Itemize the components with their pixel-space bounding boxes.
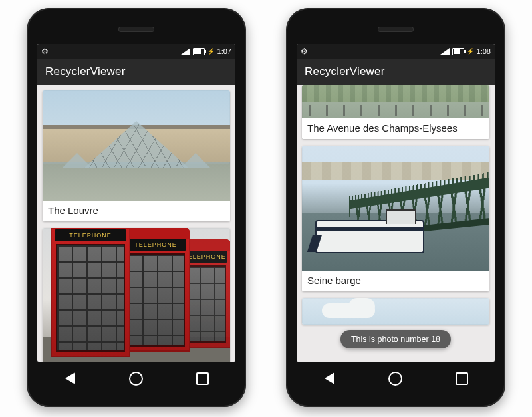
- app-title: RecyclerViewer: [45, 65, 126, 78]
- photo-card[interactable]: Seine barge: [302, 146, 489, 291]
- photo-card[interactable]: The Louvre: [43, 90, 230, 221]
- photo-card[interactable]: The Avenue des Champs-Elysees: [302, 85, 489, 139]
- debug-icon: ⚙: [301, 47, 308, 55]
- nav-home-button[interactable]: [377, 366, 414, 390]
- photo-card[interactable]: [302, 298, 489, 325]
- nav-back-button[interactable]: [311, 366, 348, 390]
- photo-image-seine-barge: [302, 146, 489, 271]
- nav-bar: [37, 363, 235, 394]
- device-speaker: [118, 27, 154, 32]
- app-bar: RecyclerViewer: [297, 59, 495, 85]
- status-bar: ⚙ ⚡ 1:07: [37, 44, 235, 59]
- signal-icon: [440, 48, 450, 55]
- charging-icon: ⚡: [467, 49, 474, 55]
- photo-caption: The Louvre: [43, 201, 230, 221]
- device-speaker: [378, 27, 414, 32]
- signal-icon: [181, 48, 190, 55]
- toast-message: This is photo number 18: [340, 330, 451, 348]
- nav-recents-button[interactable]: [184, 366, 221, 390]
- booth-sign: TELEPHONE: [55, 229, 126, 241]
- photo-caption: Seine barge: [302, 271, 489, 291]
- device-frame-left: ⚙ ⚡ 1:07 RecyclerViewer: [27, 8, 246, 407]
- status-bar: ⚙ ⚡ 1:08: [297, 44, 495, 59]
- app-title: RecyclerViewer: [305, 65, 385, 78]
- battery-icon: [193, 48, 205, 55]
- debug-icon: ⚙: [41, 47, 49, 55]
- app-bar: RecyclerViewer: [37, 59, 235, 85]
- device-screen-left: ⚙ ⚡ 1:07 RecyclerViewer: [37, 44, 235, 362]
- photo-image-louvre: [43, 90, 230, 201]
- nav-recents-button[interactable]: [443, 366, 480, 390]
- comparison-stage: ⚙ ⚡ 1:07 RecyclerViewer: [0, 0, 532, 417]
- photo-image-sky: [302, 298, 489, 325]
- nav-back-button[interactable]: [52, 366, 89, 390]
- charging-icon: ⚡: [207, 49, 215, 55]
- nav-bar: [297, 363, 495, 394]
- battery-icon: [452, 48, 464, 55]
- photo-caption: The Avenue des Champs-Elysees: [302, 118, 489, 139]
- device-screen-right: ⚙ ⚡ 1:08 RecyclerViewer: [297, 44, 495, 362]
- recycler-list[interactable]: The Avenue des Champs-Elysees: [297, 85, 495, 362]
- photo-image-champs-elysees: [302, 85, 489, 118]
- photo-image-phone-booths: TELEPHONE TELEPHONE TELEPHONE: [43, 228, 230, 362]
- status-time: 1:08: [477, 47, 491, 55]
- device-frame-right: ⚙ ⚡ 1:08 RecyclerViewer: [286, 8, 505, 407]
- recycler-list[interactable]: The Louvre TELEPHONE TELEPHONE TELEPHONE: [37, 85, 235, 362]
- nav-home-button[interactable]: [118, 366, 155, 390]
- booth-sign: TELEPHONE: [125, 239, 186, 251]
- status-time: 1:07: [217, 47, 231, 55]
- photo-card[interactable]: TELEPHONE TELEPHONE TELEPHONE: [43, 228, 230, 362]
